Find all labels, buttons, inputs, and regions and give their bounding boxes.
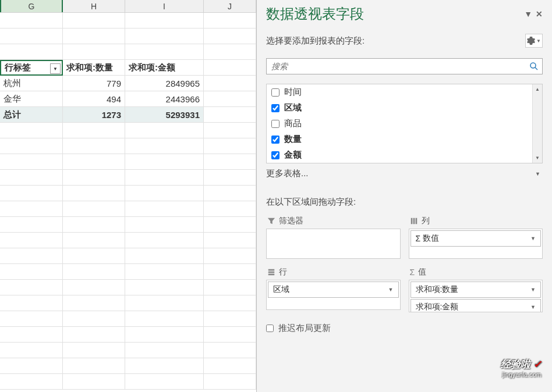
cell[interactable] [63,343,125,358]
cell[interactable] [0,374,63,390]
cell[interactable] [204,374,256,390]
cell[interactable] [204,217,256,233]
field-checkbox[interactable] [271,88,279,97]
scroll-up-icon[interactable]: ▲ [533,84,542,94]
total-label[interactable]: 总计 [0,107,63,123]
cell[interactable] [204,201,256,217]
data-cell[interactable]: 杭州 [0,76,63,91]
field-item-time[interactable]: 时间 [267,84,542,100]
cell[interactable] [204,138,256,154]
value-item-amount[interactable]: 求和项:金额 ▼ [411,299,542,312]
filter-dropbox[interactable] [266,229,401,259]
cell[interactable] [0,123,63,138]
cell[interactable] [0,154,63,170]
cell[interactable] [204,186,256,201]
cell[interactable] [125,13,204,28]
cell[interactable] [63,186,125,201]
cell[interactable] [0,44,63,60]
cell[interactable] [125,327,204,343]
cell[interactable] [204,107,256,123]
field-checkbox[interactable] [271,104,279,112]
value-item-qty[interactable]: 求和项:数量 ▼ [411,281,542,298]
cell[interactable] [204,123,256,138]
cell[interactable] [204,233,256,248]
search-icon[interactable] [526,62,542,71]
pivot-amount-header[interactable]: 求和项:金额 [125,60,204,76]
data-cell[interactable]: 494 [63,91,125,107]
cell[interactable] [0,217,63,233]
field-checkbox[interactable] [271,120,279,128]
data-cell[interactable]: 2849965 [125,76,204,91]
values-dropbox[interactable]: 求和项:数量 ▼ 求和项:金额 ▼ ▲ ▼ [409,280,543,312]
cell[interactable] [63,295,125,311]
col-header-I[interactable]: I [125,0,204,12]
cell[interactable] [0,343,63,358]
cell[interactable] [63,248,125,264]
cell[interactable] [63,28,125,44]
cell[interactable] [63,201,125,217]
cell[interactable] [125,343,204,358]
col-header-G[interactable]: G [0,0,63,12]
cell[interactable] [125,264,204,280]
defer-checkbox[interactable] [266,325,274,332]
cell[interactable] [125,280,204,295]
cell[interactable] [204,91,256,107]
scroll-down-icon[interactable]: ▼ [533,153,542,163]
col-header-J[interactable]: J [204,0,256,12]
cell[interactable] [204,44,256,60]
cell[interactable] [204,327,256,343]
cell[interactable] [0,311,63,327]
total-qty[interactable]: 1273 [63,107,125,123]
cell[interactable] [204,248,256,264]
cell[interactable] [204,60,256,76]
cell[interactable] [0,170,63,186]
cell[interactable] [63,13,125,28]
cell[interactable] [0,138,63,154]
cell[interactable] [0,201,63,217]
search-input[interactable] [267,62,526,71]
cell[interactable] [204,311,256,327]
cell[interactable] [125,374,204,390]
rows-dropbox[interactable]: 区域 ▼ [266,280,401,310]
cell[interactable] [204,264,256,280]
data-cell[interactable]: 779 [63,76,125,91]
cell[interactable] [125,358,204,374]
cell[interactable] [125,154,204,170]
cell[interactable] [125,217,204,233]
cell[interactable] [0,186,63,201]
cell[interactable] [125,248,204,264]
cell[interactable] [0,28,63,44]
cell[interactable] [0,233,63,248]
cell[interactable] [125,311,204,327]
data-cell[interactable]: 2443966 [125,91,204,107]
cell[interactable] [125,28,204,44]
cell[interactable] [125,170,204,186]
row-item-region[interactable]: 区域 ▼ [268,281,399,298]
cell[interactable] [204,280,256,295]
cell[interactable] [63,327,125,343]
column-item-values[interactable]: Σ 数值 ▼ [411,230,542,247]
field-checkbox[interactable] [271,136,279,144]
cell[interactable] [204,358,256,374]
cell[interactable] [204,343,256,358]
cell[interactable] [125,295,204,311]
cell[interactable] [63,264,125,280]
cell[interactable] [63,374,125,390]
cell[interactable] [63,280,125,295]
cell[interactable] [0,358,63,374]
chevron-down-icon[interactable]: ▼ [533,171,543,177]
pivot-qty-header[interactable]: 求和项:数量 [63,60,125,76]
cell[interactable] [0,280,63,295]
cell[interactable] [63,358,125,374]
cell[interactable] [0,295,63,311]
gear-button[interactable]: ▼ [525,34,543,48]
field-item-product[interactable]: 商品 [267,116,542,131]
more-tables-link[interactable]: 更多表格... ▼ [257,163,552,184]
row-label-dropdown[interactable]: ▼ [50,63,61,74]
cell[interactable] [63,123,125,138]
cell[interactable] [63,138,125,154]
data-cell[interactable]: 金华 [0,91,63,107]
cell[interactable] [125,123,204,138]
field-checkbox[interactable] [271,151,279,159]
close-icon[interactable]: ✕ [536,9,543,19]
